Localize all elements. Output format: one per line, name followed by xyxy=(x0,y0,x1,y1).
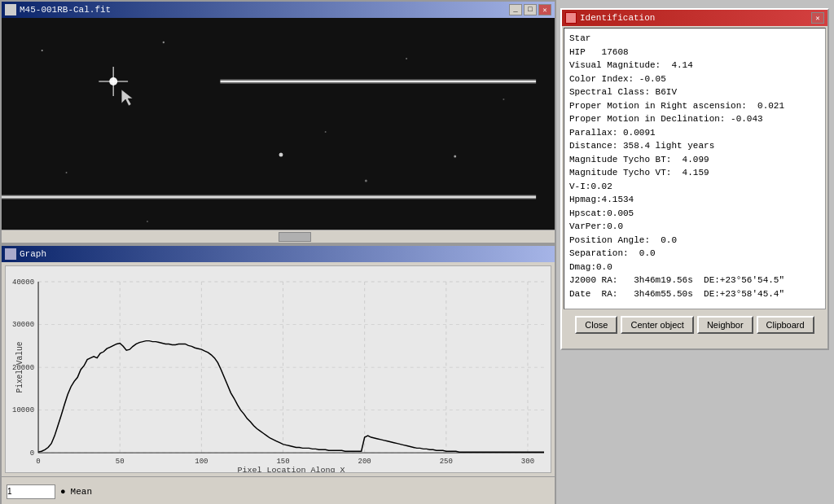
close-button[interactable]: ✕ xyxy=(538,4,551,15)
image-window: M45-001RB-Cal.fit _ □ ✕ xyxy=(0,0,556,244)
graph-svg: 0 10000 20000 30000 40000 0 50 100 150 2… xyxy=(6,266,551,472)
id-window-icon xyxy=(565,12,577,24)
id-titlebar: Identification ✕ xyxy=(562,10,827,26)
clipboard-button[interactable]: Clipboard xyxy=(757,316,814,334)
id-window: Identification ✕ StarHIP 17608Visual Mag… xyxy=(560,8,829,350)
graph-icon xyxy=(5,248,16,260)
scrollbar-thumb[interactable] xyxy=(279,232,311,242)
svg-point-12 xyxy=(163,42,165,43)
neighbor-button[interactable]: Neighbor xyxy=(697,316,753,334)
graph-input-1[interactable] xyxy=(7,484,55,499)
center-object-button[interactable]: Center object xyxy=(621,316,693,334)
window-controls[interactable]: _ □ ✕ xyxy=(509,4,551,15)
svg-text:300: 300 xyxy=(521,458,534,466)
svg-text:0: 0 xyxy=(36,458,40,466)
svg-point-10 xyxy=(279,153,283,157)
svg-point-11 xyxy=(42,50,43,51)
svg-point-14 xyxy=(454,156,456,158)
svg-text:10000: 10000 xyxy=(12,407,34,415)
svg-text:Pixel Location Along X: Pixel Location Along X xyxy=(238,466,345,472)
id-buttons-area: Close Center object Neighbor Clipboard xyxy=(562,311,827,339)
star-field-svg xyxy=(2,18,555,230)
svg-point-18 xyxy=(147,221,148,222)
id-window-title: Identification xyxy=(580,13,655,23)
graph-area: 0 10000 20000 30000 40000 0 50 100 150 2… xyxy=(5,265,551,473)
svg-text:50: 50 xyxy=(116,458,125,466)
image-window-title: M45-001RB-Cal.fit xyxy=(20,5,111,15)
image-canvas xyxy=(2,18,555,230)
window-icon xyxy=(5,4,16,15)
horizontal-scrollbar[interactable] xyxy=(2,230,555,243)
id-content-area[interactable]: StarHIP 17608Visual Magnitude: 4.14Color… xyxy=(564,28,826,309)
svg-text:150: 150 xyxy=(276,458,289,466)
svg-text:0: 0 xyxy=(30,449,34,458)
mean-label: Mean xyxy=(71,487,92,497)
svg-text:200: 200 xyxy=(358,458,371,466)
svg-text:30000: 30000 xyxy=(12,322,34,330)
close-button[interactable]: Close xyxy=(575,316,617,334)
id-close-button[interactable]: ✕ xyxy=(811,12,824,24)
graph-title: Graph xyxy=(20,249,46,259)
svg-point-17 xyxy=(503,99,504,100)
graph-window: Graph 0 10000 20000 30000 xyxy=(0,244,556,504)
svg-point-19 xyxy=(365,180,367,182)
svg-text:250: 250 xyxy=(440,458,453,466)
svg-text:100: 100 xyxy=(195,458,208,466)
graph-radio-icon: ● xyxy=(60,487,66,497)
graph-titlebar: Graph xyxy=(2,246,555,262)
svg-text:Pixel Value: Pixel Value xyxy=(15,342,24,393)
image-titlebar: M45-001RB-Cal.fit _ □ ✕ xyxy=(2,2,555,18)
graph-bottom-bar: ● Mean xyxy=(2,476,555,504)
svg-point-15 xyxy=(66,172,68,173)
svg-point-13 xyxy=(406,58,407,59)
minimize-button[interactable]: _ xyxy=(509,4,522,15)
svg-point-16 xyxy=(325,131,327,133)
svg-text:40000: 40000 xyxy=(12,278,34,287)
maximize-button[interactable]: □ xyxy=(524,4,537,15)
id-window-controls[interactable]: ✕ xyxy=(811,12,824,24)
